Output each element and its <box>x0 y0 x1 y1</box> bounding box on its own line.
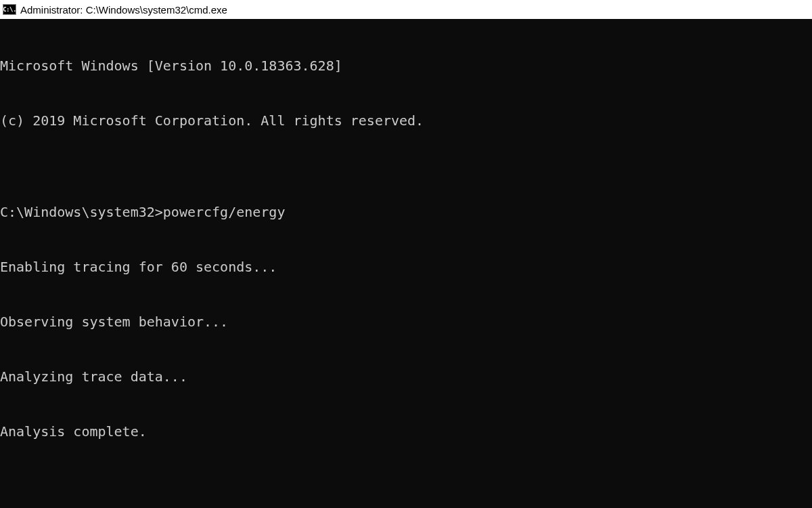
terminal-line: (c) 2019 Microsoft Corporation. All righ… <box>0 112 812 130</box>
window-title: Administrator: C:\Windows\system32\cmd.e… <box>20 4 227 16</box>
terminal-output[interactable]: Microsoft Windows [Version 10.0.18363.62… <box>0 19 812 508</box>
titlebar[interactable]: C:\. Administrator: C:\Windows\system32\… <box>0 0 812 19</box>
cmd-icon: C:\. <box>3 4 16 15</box>
terminal-line: Analysis complete. <box>0 423 812 441</box>
terminal-line: Observing system behavior... <box>0 313 812 331</box>
terminal-line: Microsoft Windows [Version 10.0.18363.62… <box>0 57 812 75</box>
terminal-line: Analyzing trace data... <box>0 368 812 386</box>
terminal-line: C:\Windows\system32>powercfg/energy <box>0 203 812 221</box>
terminal-line: Enabling tracing for 60 seconds... <box>0 258 812 276</box>
